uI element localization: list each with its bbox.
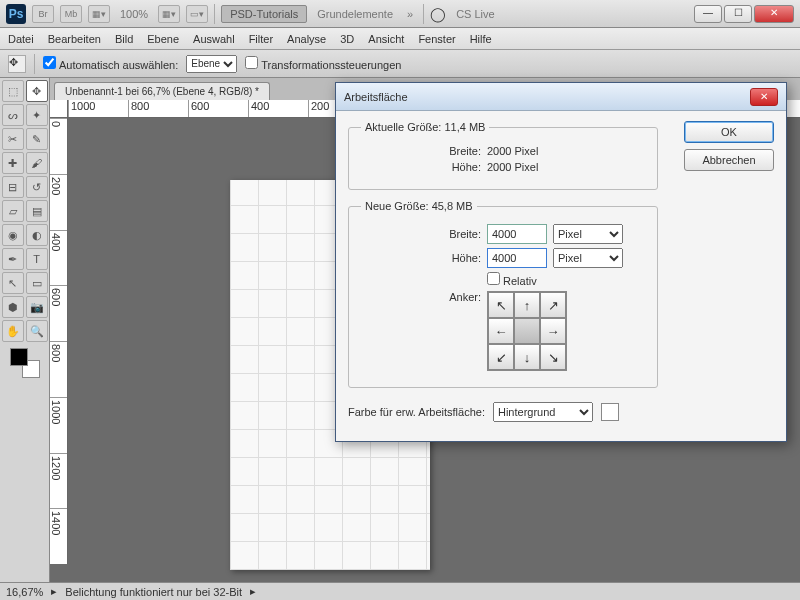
path-tool[interactable]: ↖ <box>2 272 24 294</box>
lasso-tool[interactable]: ᔕ <box>2 104 24 126</box>
menu-3d[interactable]: 3D <box>340 33 354 45</box>
blur-tool[interactable]: ◉ <box>2 224 24 246</box>
options-bar: ✥ Automatisch auswählen: Ebene Transform… <box>0 50 800 78</box>
menu-ebene[interactable]: Ebene <box>147 33 179 45</box>
anchor-w[interactable]: ← <box>488 318 514 344</box>
new-size-legend: Neue Größe: 45,8 MB <box>361 200 477 212</box>
eraser-tool[interactable]: ▱ <box>2 200 24 222</box>
new-width-unit[interactable]: Pixel <box>553 224 623 244</box>
anchor-label: Anker: <box>361 291 481 303</box>
anchor-ne[interactable]: ↗ <box>540 292 566 318</box>
ext-color-dropdown[interactable]: Hintergrund <box>493 402 593 422</box>
type-tool[interactable]: T <box>26 248 48 270</box>
anchor-e[interactable]: → <box>540 318 566 344</box>
ext-color-label: Farbe für erw. Arbeitsfläche: <box>348 406 485 418</box>
color-swatches[interactable] <box>10 348 40 378</box>
workspace-tab-psd[interactable]: PSD-Tutorials <box>221 5 307 23</box>
current-height-label: Höhe: <box>361 161 481 173</box>
new-width-label: Breite: <box>361 228 481 240</box>
dialog-titlebar[interactable]: Arbeitsfläche ✕ <box>336 83 786 111</box>
current-width-value: 2000 Pixel <box>487 145 547 157</box>
dialog-title: Arbeitsfläche <box>344 91 750 103</box>
menu-filter[interactable]: Filter <box>249 33 273 45</box>
current-size-legend: Aktuelle Größe: 11,4 MB <box>361 121 489 133</box>
anchor-grid[interactable]: ↖↑↗ ←→ ↙↓↘ <box>487 291 567 371</box>
current-width-label: Breite: <box>361 145 481 157</box>
gradient-tool[interactable]: ▤ <box>26 200 48 222</box>
cslive-icon: ◯ <box>430 6 446 22</box>
canvas-size-dialog: Arbeitsfläche ✕ OK Abbrechen Aktuelle Gr… <box>335 82 787 442</box>
anchor-sw[interactable]: ↙ <box>488 344 514 370</box>
menu-ansicht[interactable]: Ansicht <box>368 33 404 45</box>
move-tool-icon: ✥ <box>8 55 26 73</box>
view-extras-button[interactable]: ▦▾ <box>88 5 110 23</box>
foreground-color[interactable] <box>10 348 28 366</box>
app-logo: Ps <box>6 4 26 24</box>
menu-fenster[interactable]: Fenster <box>418 33 455 45</box>
close-button[interactable]: ✕ <box>754 5 794 23</box>
transform-checkbox[interactable]: Transformationssteuerungen <box>245 56 401 71</box>
bridge-button[interactable]: Br <box>32 5 54 23</box>
shape-tool[interactable]: ▭ <box>26 272 48 294</box>
pen-tool[interactable]: ✒ <box>2 248 24 270</box>
marquee-tool[interactable]: ⬚ <box>2 80 24 102</box>
more-icon[interactable]: » <box>403 8 417 20</box>
screen-mode-button[interactable]: ▭▾ <box>186 5 208 23</box>
anchor-n[interactable]: ↑ <box>514 292 540 318</box>
document-tab[interactable]: Unbenannt-1 bei 66,7% (Ebene 4, RGB/8) * <box>54 82 270 100</box>
anchor-nw[interactable]: ↖ <box>488 292 514 318</box>
auto-select-checkbox[interactable]: Automatisch auswählen: <box>43 56 178 71</box>
wand-tool[interactable]: ✦ <box>26 104 48 126</box>
cslive-button[interactable]: CS Live <box>452 8 499 20</box>
zoom-display[interactable]: 100% <box>116 8 152 20</box>
crop-tool[interactable]: ✂ <box>2 128 24 150</box>
status-bar: 16,67% ▸ Belichtung funktioniert nur bei… <box>0 582 800 600</box>
menu-bearbeiten[interactable]: Bearbeiten <box>48 33 101 45</box>
relative-checkbox[interactable]: Relativ <box>487 272 537 287</box>
brush-tool[interactable]: 🖌 <box>26 152 48 174</box>
new-width-input[interactable] <box>487 224 547 244</box>
current-size-group: Aktuelle Größe: 11,4 MB Breite:2000 Pixe… <box>348 121 658 190</box>
new-height-input[interactable] <box>487 248 547 268</box>
stamp-tool[interactable]: ⊟ <box>2 176 24 198</box>
current-height-value: 2000 Pixel <box>487 161 547 173</box>
status-message: Belichtung funktioniert nur bei 32-Bit <box>65 586 242 598</box>
anchor-s[interactable]: ↓ <box>514 344 540 370</box>
heal-tool[interactable]: ✚ <box>2 152 24 174</box>
ext-color-swatch[interactable] <box>601 403 619 421</box>
3d-camera-tool[interactable]: 📷 <box>26 296 48 318</box>
app-titlebar: Ps Br Mb ▦▾ 100% ▦▾ ▭▾ PSD-Tutorials Gru… <box>0 0 800 28</box>
main-menu: Datei Bearbeiten Bild Ebene Auswahl Filt… <box>0 28 800 50</box>
dialog-close-button[interactable]: ✕ <box>750 88 778 106</box>
history-brush-tool[interactable]: ↺ <box>26 176 48 198</box>
move-tool[interactable]: ✥ <box>26 80 48 102</box>
menu-auswahl[interactable]: Auswahl <box>193 33 235 45</box>
cancel-button[interactable]: Abbrechen <box>684 149 774 171</box>
ruler-vertical[interactable]: 0200400600800100012001400 <box>50 118 68 564</box>
ruler-origin[interactable] <box>50 100 68 118</box>
status-zoom[interactable]: 16,67% <box>6 586 43 598</box>
anchor-center[interactable] <box>514 318 540 344</box>
auto-select-dropdown[interactable]: Ebene <box>186 55 237 73</box>
minibridge-button[interactable]: Mb <box>60 5 82 23</box>
toolbox: ⬚ ✥ ᔕ ✦ ✂ ✎ ✚ 🖌 ⊟ ↺ ▱ ▤ ◉ ◐ ✒ T ↖ ▭ ⬢ 📷 … <box>0 78 50 582</box>
zoom-tool[interactable]: 🔍 <box>26 320 48 342</box>
menu-hilfe[interactable]: Hilfe <box>470 33 492 45</box>
workspace-tab-grund[interactable]: Grundelemente <box>313 8 397 20</box>
menu-bild[interactable]: Bild <box>115 33 133 45</box>
anchor-se[interactable]: ↘ <box>540 344 566 370</box>
minimize-button[interactable]: — <box>694 5 722 23</box>
new-height-label: Höhe: <box>361 252 481 264</box>
ok-button[interactable]: OK <box>684 121 774 143</box>
menu-datei[interactable]: Datei <box>8 33 34 45</box>
menu-analyse[interactable]: Analyse <box>287 33 326 45</box>
hand-tool[interactable]: ✋ <box>2 320 24 342</box>
new-height-unit[interactable]: Pixel <box>553 248 623 268</box>
eyedropper-tool[interactable]: ✎ <box>26 128 48 150</box>
arrange-button[interactable]: ▦▾ <box>158 5 180 23</box>
3d-tool[interactable]: ⬢ <box>2 296 24 318</box>
maximize-button[interactable]: ☐ <box>724 5 752 23</box>
dodge-tool[interactable]: ◐ <box>26 224 48 246</box>
new-size-group: Neue Größe: 45,8 MB Breite: Pixel Höhe: … <box>348 200 658 388</box>
